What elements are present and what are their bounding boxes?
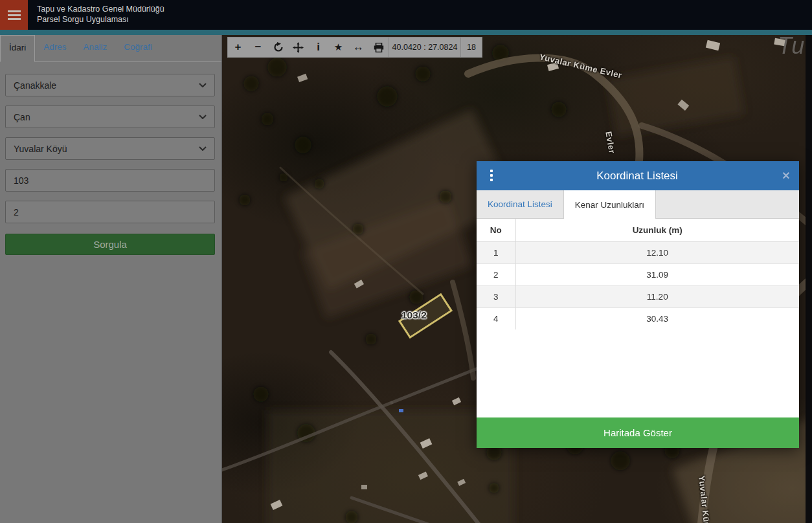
accent-bar xyxy=(0,30,812,35)
info-icon: i xyxy=(317,41,320,54)
neighborhood-value: Yuvalar Köyü xyxy=(14,144,67,154)
district-value: Çan xyxy=(14,112,30,122)
tab-analiz[interactable]: Analiz xyxy=(75,35,116,61)
modal-header[interactable]: Koordinat Listesi ✕ xyxy=(477,161,799,190)
menu-button[interactable] xyxy=(0,0,28,30)
map-toolbar: + − xyxy=(227,37,482,58)
app-title-line2: Parsel Sorgu Uygulaması xyxy=(37,14,164,25)
parsel-sorgu-app: Tapu ve Kadastro Genel Müdürlüğü Parsel … xyxy=(0,0,812,523)
tab-idari[interactable]: İdari xyxy=(0,35,35,62)
neighborhood-select[interactable]: Yuvalar Köyü xyxy=(5,137,215,160)
printer-icon xyxy=(374,43,384,52)
chevron-down-icon xyxy=(199,115,207,119)
coordinate-list-modal: Koordinat Listesi ✕ Koordinat Listesi Ke… xyxy=(477,161,799,448)
table-row[interactable]: 2 31.09 xyxy=(477,263,799,285)
tab-cografi[interactable]: Coğrafi xyxy=(115,35,161,61)
locate-button[interactable] xyxy=(288,38,308,57)
row-no: 3 xyxy=(477,285,515,307)
refresh-icon xyxy=(273,42,284,52)
col-header-length: Uzunluk (m) xyxy=(515,219,799,241)
province-value: Çanakkale xyxy=(14,80,56,91)
print-button[interactable] xyxy=(368,38,389,57)
modal-title: Koordinat Listesi xyxy=(501,170,773,183)
coordinates-display: 40.0420 : 27.0824 xyxy=(389,38,461,57)
row-no: 2 xyxy=(477,263,515,285)
query-form: Çanakkale Çan Yuvalar Köyü Sorgula xyxy=(0,62,221,255)
minus-icon: − xyxy=(255,41,262,54)
row-length: 31.09 xyxy=(515,263,799,285)
district-select[interactable]: Çan xyxy=(5,106,215,128)
map-area[interactable]: Tu Yuvalar Küme Evler Evler Yuvalar Küme… xyxy=(222,35,812,523)
parcel-label: 103/2 xyxy=(401,309,427,321)
col-header-no: No xyxy=(477,219,515,241)
row-length: 11.20 xyxy=(515,285,799,307)
app-header: Tapu ve Kadastro Genel Müdürlüğü Parsel … xyxy=(0,0,812,30)
province-select[interactable]: Çanakkale xyxy=(5,74,215,96)
modal-tab-bar: Koordinat Listesi Kenar Uzunlukları xyxy=(477,190,799,219)
crosshair-icon xyxy=(293,42,304,53)
sidebar-tabs: İdari Adres Analiz Coğrafi xyxy=(0,35,221,62)
measure-button[interactable]: ↔ xyxy=(348,38,368,57)
plus-icon: + xyxy=(235,41,242,54)
block-input[interactable] xyxy=(5,169,215,192)
table-row[interactable]: 4 30.43 xyxy=(477,307,799,329)
favorite-button[interactable]: ★ xyxy=(328,38,348,57)
modal-body-spacer xyxy=(477,329,799,417)
row-no: 1 xyxy=(477,241,515,263)
map-watermark: Tu xyxy=(778,35,806,60)
tab-adres[interactable]: Adres xyxy=(35,35,74,61)
row-no: 4 xyxy=(477,307,515,329)
close-icon: ✕ xyxy=(782,170,790,181)
edge-lengths-table: No Uzunluk (m) 1 12.10 2 31.09 xyxy=(477,219,799,329)
zoom-out-button[interactable]: − xyxy=(248,38,268,57)
chevron-down-icon xyxy=(199,146,207,151)
query-button[interactable]: Sorgula xyxy=(5,234,215,255)
show-on-map-button[interactable]: Haritada Göster xyxy=(477,417,799,448)
parcel-input[interactable] xyxy=(5,201,215,223)
star-icon: ★ xyxy=(334,41,343,53)
refresh-button[interactable] xyxy=(268,38,288,57)
map-edge-strip xyxy=(806,35,812,523)
zoom-in-button[interactable]: + xyxy=(228,38,248,57)
app-title: Tapu ve Kadastro Genel Müdürlüğü Parsel … xyxy=(28,0,164,30)
tab-kenar-uzunluklari[interactable]: Kenar Uzunlukları xyxy=(563,190,656,219)
arrow-left-right-icon: ↔ xyxy=(353,41,364,54)
table-header-row: No Uzunluk (m) xyxy=(477,219,799,241)
table-row[interactable]: 3 11.20 xyxy=(477,285,799,307)
sidebar: İdari Adres Analiz Coğrafi Çanakkale Çan… xyxy=(0,35,222,523)
hamburger-icon xyxy=(8,14,21,16)
kebab-menu-icon xyxy=(490,170,493,172)
app-title-line1: Tapu ve Kadastro Genel Müdürlüğü xyxy=(37,4,164,14)
chevron-down-icon xyxy=(199,83,207,87)
zoom-level-display: 18 xyxy=(461,38,482,57)
row-length: 12.10 xyxy=(515,241,799,263)
table-row[interactable]: 1 12.10 xyxy=(477,241,799,263)
row-length: 30.43 xyxy=(515,307,799,329)
info-button[interactable]: i xyxy=(308,38,328,57)
close-button[interactable]: ✕ xyxy=(773,170,799,182)
tab-koordinat-listesi[interactable]: Koordinat Listesi xyxy=(477,190,563,218)
